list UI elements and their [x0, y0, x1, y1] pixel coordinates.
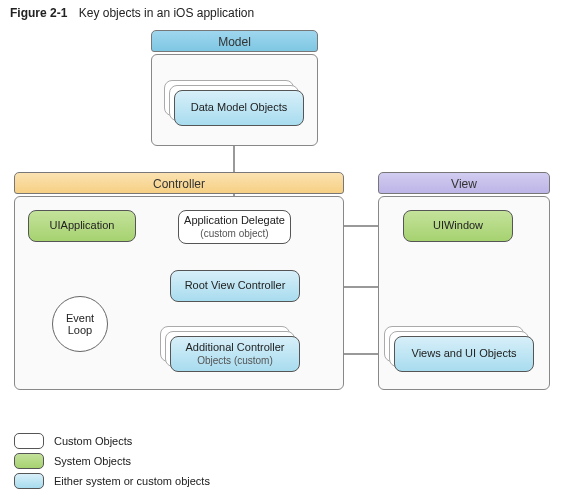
legend-row-system: System Objects: [14, 453, 210, 469]
views-ui-objects-node: Views and UI Objects: [394, 336, 534, 372]
view-panel-header: View: [378, 172, 550, 194]
addl-controllers-label: Additional Controller: [185, 341, 284, 355]
controller-panel-title: Controller: [153, 177, 205, 191]
controller-panel-header: Controller: [14, 172, 344, 194]
data-model-label: Data Model Objects: [191, 101, 288, 115]
root-vc-label: Root View Controller: [185, 279, 286, 293]
app-delegate-sublabel: (custom object): [200, 228, 268, 241]
legend-label-either: Either system or custom objects: [54, 475, 210, 487]
uiapplication-node: UIApplication: [28, 210, 136, 242]
legend-swatch-system: [14, 453, 44, 469]
uiwindow-node: UIWindow: [403, 210, 513, 242]
legend: Custom Objects System Objects Either sys…: [14, 429, 210, 493]
model-panel-title: Model: [218, 35, 251, 49]
legend-swatch-custom: [14, 433, 44, 449]
addl-controllers-node: Additional Controller Objects (custom): [170, 336, 300, 372]
views-ui-label: Views and UI Objects: [412, 347, 517, 361]
app-delegate-label: Application Delegate: [184, 214, 285, 228]
legend-row-custom: Custom Objects: [14, 433, 210, 449]
uiapplication-label: UIApplication: [50, 219, 115, 233]
view-panel-title: View: [451, 177, 477, 191]
legend-label-custom: Custom Objects: [54, 435, 132, 447]
uiwindow-label: UIWindow: [433, 219, 483, 233]
legend-row-either: Either system or custom objects: [14, 473, 210, 489]
app-delegate-node: Application Delegate (custom object): [178, 210, 291, 244]
root-vc-node: Root View Controller: [170, 270, 300, 302]
legend-label-system: System Objects: [54, 455, 131, 467]
event-loop-label: Event Loop: [66, 312, 94, 336]
addl-controllers-sublabel: Objects (custom): [197, 355, 273, 368]
legend-swatch-either: [14, 473, 44, 489]
data-model-objects-node: Data Model Objects: [174, 90, 304, 126]
event-loop-node: Event Loop: [52, 296, 108, 352]
model-panel-header: Model: [151, 30, 318, 52]
